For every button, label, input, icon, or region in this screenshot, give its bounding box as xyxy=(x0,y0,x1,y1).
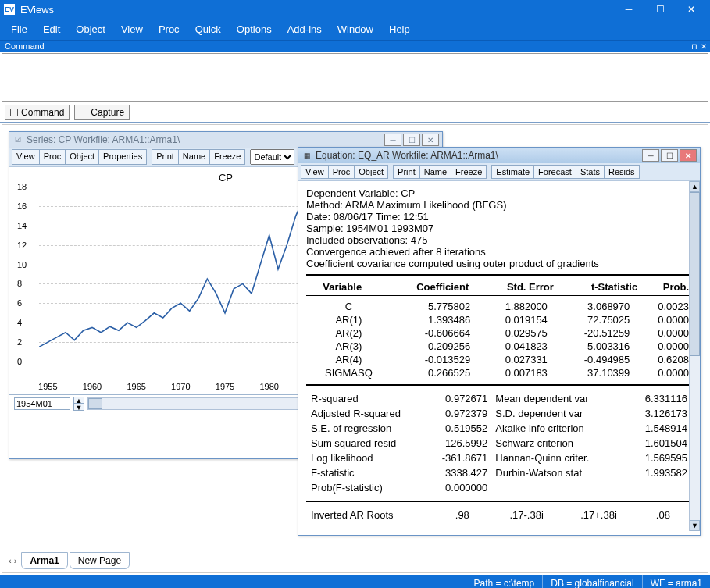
chart-line xyxy=(39,187,305,374)
y-tick-label: 14 xyxy=(17,221,27,230)
series-print-button[interactable]: Print xyxy=(152,149,179,165)
series-proc-button[interactable]: Proc xyxy=(39,149,66,165)
eq-forecast-button[interactable]: Forecast xyxy=(533,165,576,179)
equation-icon: ▦ xyxy=(301,150,312,161)
series-name-button[interactable]: Name xyxy=(178,149,210,165)
col-header: t-Statistic xyxy=(557,280,640,294)
series-window-title: Series: CP Workfile: ARMA1::Arma1\ xyxy=(27,134,384,145)
command-panel-header: Command ⊓ ✕ xyxy=(0,41,710,52)
y-tick-label: 2 xyxy=(17,337,22,347)
app-icon: EV xyxy=(3,3,16,16)
equation-window-titlebar[interactable]: ▦ Equation: EQ_AR Workfile: ARMA1::Arma1… xyxy=(298,148,700,163)
menu-proc[interactable]: Proc xyxy=(151,20,187,38)
menu-add-ins[interactable]: Add-ins xyxy=(280,20,330,38)
series-close-button[interactable]: ✕ xyxy=(422,134,439,146)
series-object-button[interactable]: Object xyxy=(65,149,99,165)
eq-estimate-button[interactable]: Estimate xyxy=(491,165,534,179)
coefficients-table: VariableCoefficientStd. Errort-Statistic… xyxy=(306,280,692,294)
close-button[interactable]: ✕ xyxy=(676,0,707,19)
series-maximize-button[interactable]: ☐ xyxy=(403,134,420,146)
status-bar: Path = c:\temp DB = globalfinancial WF =… xyxy=(0,575,710,588)
y-tick-label: 8 xyxy=(17,279,22,288)
series-view-button[interactable]: View xyxy=(12,149,40,165)
coefficients-body: C5.7758021.8820003.0689700.0023AR(1)1.39… xyxy=(306,300,692,380)
workfile-tabs: ‹ › Arma1 New Page xyxy=(5,552,130,569)
pin-icon[interactable]: ⊓ xyxy=(691,42,698,51)
eq-header-line: Dependent Variable: CP xyxy=(306,187,692,199)
stat-row: Log likelihood-361.8671Hannan-Quinn crit… xyxy=(308,451,690,465)
stat-row: Adjusted R-squared0.972379S.D. dependent… xyxy=(308,407,690,420)
equation-toolbar: ViewProcObject PrintNameFreeze EstimateF… xyxy=(298,163,700,181)
stats-table: R-squared0.972671Mean dependent var6.331… xyxy=(306,390,692,496)
tab-new-page[interactable]: New Page xyxy=(70,552,130,569)
equation-close-button[interactable]: ✕ xyxy=(680,149,697,162)
x-tick-label: 1960 xyxy=(83,382,102,391)
eq-name-button[interactable]: Name xyxy=(419,165,451,179)
table-row: AR(4)-0.0135290.027331-0.4949850.6208 xyxy=(306,353,692,366)
equation-window-title: Equation: EQ_AR Workfile: ARMA1::Arma1\ xyxy=(316,150,642,161)
equation-maximize-button[interactable]: ☐ xyxy=(661,149,678,162)
mdi-area: ☑ Series: CP Workfile: ARMA1::Arma1\ ─ ☐… xyxy=(2,124,708,573)
minimize-button[interactable]: ─ xyxy=(613,0,644,19)
series-window-titlebar[interactable]: ☑ Series: CP Workfile: ARMA1::Arma1\ ─ ☐… xyxy=(9,132,442,148)
menu-options[interactable]: Options xyxy=(229,20,280,38)
app-title: EViews xyxy=(20,4,613,16)
eq-view-button[interactable]: View xyxy=(301,165,329,179)
col-header: Prob. xyxy=(640,280,692,294)
eq-stats-button[interactable]: Stats xyxy=(576,165,605,179)
col-header: Variable xyxy=(306,280,378,294)
y-tick-label: 16 xyxy=(17,201,27,211)
x-tick-label: 1980 xyxy=(259,382,278,391)
tabs-prev-icon[interactable]: ‹ › xyxy=(5,554,20,567)
eq-freeze-button[interactable]: Freeze xyxy=(451,165,487,179)
series-icon: ☑ xyxy=(12,134,23,145)
series-nav-input[interactable] xyxy=(14,397,70,410)
menu-help[interactable]: Help xyxy=(381,20,418,38)
menu-quick[interactable]: Quick xyxy=(187,20,229,38)
eq-header-line: Date: 08/06/17 Time: 12:51 xyxy=(306,211,692,223)
y-tick-label: 6 xyxy=(17,298,22,308)
menu-object[interactable]: Object xyxy=(68,20,113,38)
roots-row: Inverted AR Roots .98 .17-.38i .17+.38i … xyxy=(306,507,692,523)
equation-window[interactable]: ▦ Equation: EQ_AR Workfile: ARMA1::Arma1… xyxy=(298,147,701,536)
nav-down-button[interactable]: ▼ xyxy=(73,404,84,411)
eq-print-button[interactable]: Print xyxy=(393,165,420,179)
x-tick-label: 1975 xyxy=(216,382,234,391)
series-mode-select[interactable]: Default xyxy=(250,149,294,165)
tab-arma1[interactable]: Arma1 xyxy=(21,552,67,569)
eq-header-line: Convergence achieved after 8 iterations xyxy=(306,246,692,258)
x-tick-label: 1955 xyxy=(38,382,57,391)
eq-resids-button[interactable]: Resids xyxy=(604,165,640,179)
eq-object-button[interactable]: Object xyxy=(354,165,388,179)
stat-row: Sum squared resid126.5992Schwarz criteri… xyxy=(308,437,690,450)
eq-header-line: Method: ARMA Maximum Likelihood (BFGS) xyxy=(306,199,692,211)
eq-header-line: Sample: 1954M01 1993M07 xyxy=(306,223,692,234)
maximize-button[interactable]: ☐ xyxy=(644,0,676,19)
y-tick-label: 12 xyxy=(17,241,27,250)
status-path: Path = c:\temp xyxy=(466,575,543,588)
command-tab[interactable]: Command xyxy=(5,105,70,120)
capture-tab[interactable]: Capture xyxy=(74,105,130,120)
x-tick-label: 1965 xyxy=(127,382,145,391)
menu-file[interactable]: File xyxy=(3,20,35,38)
menu-view[interactable]: View xyxy=(113,20,151,38)
status-wf: WF = arma1 xyxy=(642,575,710,588)
series-properties-button[interactable]: Properties xyxy=(98,149,147,165)
close-panel-icon[interactable]: ✕ xyxy=(701,42,707,51)
menu-window[interactable]: Window xyxy=(330,20,381,38)
equation-minimize-button[interactable]: ─ xyxy=(642,149,659,162)
command-input[interactable] xyxy=(2,53,708,102)
eq-proc-button[interactable]: Proc xyxy=(328,165,355,179)
col-header: Std. Error xyxy=(472,280,556,294)
menu-bar: FileEditObjectViewProcQuickOptionsAdd-in… xyxy=(0,19,710,41)
table-row: AR(1)1.3934860.01915472.750250.0000 xyxy=(306,313,692,326)
series-freeze-button[interactable]: Freeze xyxy=(209,149,245,165)
status-db: DB = globalfinancial xyxy=(542,575,641,588)
series-minimize-button[interactable]: ─ xyxy=(384,134,401,146)
menu-edit[interactable]: Edit xyxy=(35,20,68,38)
table-row: C5.7758021.8820003.0689700.0023 xyxy=(306,300,692,313)
x-tick-label: 1970 xyxy=(171,382,190,391)
equation-vscrollbar[interactable]: ▲ ▼ xyxy=(689,181,700,531)
y-tick-label: 18 xyxy=(17,182,27,191)
stat-row: R-squared0.972671Mean dependent var6.331… xyxy=(308,392,690,405)
